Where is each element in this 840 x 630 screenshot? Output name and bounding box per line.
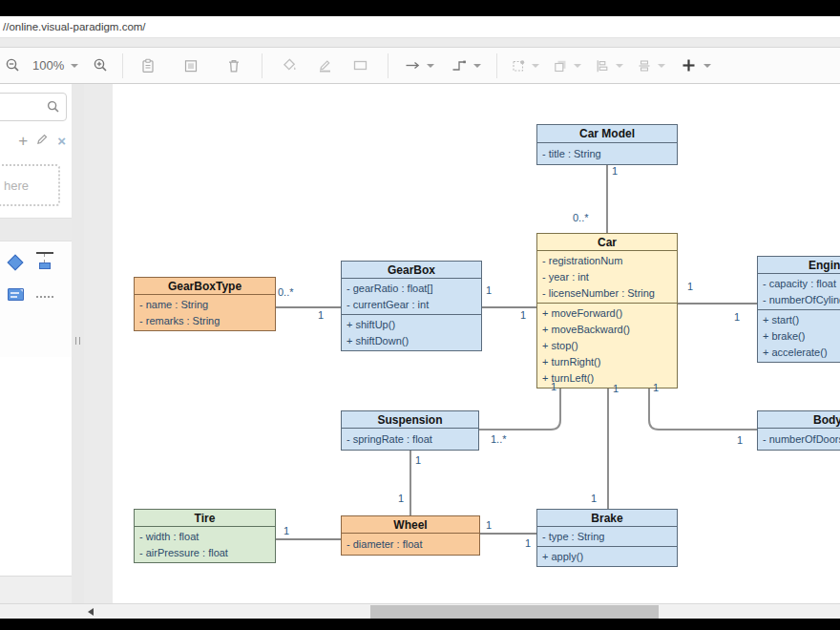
multiplicity-label: 1..* bbox=[491, 433, 507, 445]
class-engine[interactable]: Engine - capacity : float - numberOfCyli… bbox=[757, 256, 840, 363]
decision-shape-icon[interactable] bbox=[8, 255, 24, 271]
multiplicity-label: 0..* bbox=[278, 286, 294, 298]
search-input[interactable] bbox=[3, 100, 49, 114]
multiplicity-label: 1 bbox=[551, 381, 556, 392]
connector-elbow-caret-icon[interactable] bbox=[473, 64, 481, 68]
scrollbar-thumb[interactable] bbox=[370, 605, 659, 619]
multiplicity-label: 1 bbox=[284, 525, 289, 536]
class-gearbox[interactable]: GearBox - gearRatio : float[] - currentG… bbox=[341, 261, 482, 351]
zoom-level-caret-icon[interactable] bbox=[71, 64, 78, 68]
edit-icon[interactable] bbox=[36, 132, 49, 149]
multiplicity-label: 1 bbox=[520, 309, 526, 321]
copy-style-icon[interactable] bbox=[182, 57, 200, 74]
toolbar-separator bbox=[388, 53, 388, 78]
shape-style-icon[interactable] bbox=[351, 57, 368, 74]
multiplicity-label: 1 bbox=[653, 382, 659, 393]
distribute-caret-icon[interactable] bbox=[658, 64, 665, 68]
class-gearbox-type[interactable]: GearBoxType - name : String - remarks : … bbox=[134, 277, 276, 331]
add-shape-caret-icon[interactable] bbox=[704, 64, 711, 68]
line-color-icon[interactable] bbox=[316, 57, 333, 74]
toolbar-separator bbox=[262, 53, 262, 78]
multiplicity-label: 0..* bbox=[573, 212, 589, 223]
align-icon[interactable] bbox=[594, 57, 611, 74]
transform-caret-icon[interactable] bbox=[532, 64, 539, 68]
distribute-icon[interactable] bbox=[636, 57, 653, 74]
close-icon[interactable]: × bbox=[57, 134, 66, 148]
workspace: + × here bbox=[0, 84, 840, 603]
connector-elbow-icon[interactable] bbox=[451, 57, 468, 74]
class-brake[interactable]: Brake - type : String + apply() bbox=[536, 509, 678, 567]
horizontal-scrollbar[interactable] bbox=[0, 603, 840, 619]
class-suspension[interactable]: Suspension - springRate : float bbox=[341, 410, 479, 451]
multiplicity-label: 1 bbox=[486, 519, 492, 531]
editor-toolbar: 100% bbox=[0, 48, 840, 84]
panel-actions: + × bbox=[18, 132, 66, 149]
scroll-left-arrow-icon[interactable] bbox=[88, 608, 94, 616]
search-icon bbox=[47, 100, 60, 117]
class-wheel[interactable]: Wheel - diameter : float bbox=[341, 515, 480, 556]
fill-color-icon[interactable] bbox=[281, 57, 298, 74]
dashed-line-shape-icon[interactable] bbox=[36, 296, 53, 298]
multiplicity-label: 1 bbox=[737, 434, 743, 446]
drop-zone-hint: here bbox=[0, 178, 29, 193]
connector-arrow-icon[interactable] bbox=[404, 57, 421, 74]
shape-panel: + × here bbox=[0, 84, 72, 603]
multiplicity-label: 1 bbox=[612, 165, 618, 177]
add-icon[interactable]: + bbox=[18, 133, 28, 149]
note-shape-icon[interactable] bbox=[8, 288, 24, 301]
multiplicity-label: 1 bbox=[525, 537, 531, 549]
browser-address-bar[interactable]: //online.visual-paradigm.com/ bbox=[0, 16, 840, 38]
class-car-model[interactable]: Car Model - title : String bbox=[536, 124, 678, 165]
anchor-shape-icon[interactable] bbox=[36, 252, 53, 275]
multiplicity-label: 1 bbox=[613, 383, 619, 394]
multiplicity-label: 1 bbox=[687, 281, 693, 292]
multiplicity-label: 1 bbox=[486, 284, 492, 296]
class-car[interactable]: Car - registrationNum - year : int - lic… bbox=[536, 233, 678, 388]
delete-icon[interactable] bbox=[225, 57, 242, 74]
class-body[interactable]: Body - numberOfDoors : int bbox=[757, 410, 840, 451]
shape-palette bbox=[0, 242, 72, 357]
bring-to-front-caret-icon[interactable] bbox=[574, 64, 581, 68]
add-shape-icon[interactable] bbox=[680, 57, 697, 74]
browser-chrome-strip bbox=[0, 38, 840, 48]
transform-icon[interactable] bbox=[510, 57, 527, 74]
class-tire[interactable]: Tire - width : float - airPressure : flo… bbox=[134, 509, 276, 563]
panel-divider bbox=[0, 218, 72, 242]
multiplicity-label: 1 bbox=[398, 493, 404, 504]
bring-to-front-icon[interactable] bbox=[552, 57, 569, 74]
zoom-level-label[interactable]: 100% bbox=[32, 58, 64, 73]
splitter-grip-icon[interactable] bbox=[75, 337, 80, 345]
toolbar-separator bbox=[122, 53, 123, 78]
zoom-out-icon[interactable] bbox=[4, 57, 21, 74]
multiplicity-label: 1 bbox=[591, 493, 597, 504]
url-text: //online.visual-paradigm.com/ bbox=[0, 21, 146, 32]
connector-arrow-caret-icon[interactable] bbox=[427, 64, 434, 68]
multiplicity-label: 1 bbox=[734, 311, 740, 323]
zoom-in-icon[interactable] bbox=[92, 57, 109, 74]
paste-icon[interactable] bbox=[139, 57, 157, 74]
align-caret-icon[interactable] bbox=[616, 64, 623, 68]
panel-splitter[interactable] bbox=[72, 84, 84, 603]
multiplicity-label: 1 bbox=[318, 309, 324, 321]
diagram-canvas[interactable]: Car Model - title : String Car - registr… bbox=[84, 84, 840, 603]
window-bottom-bar bbox=[0, 619, 840, 630]
drop-zone[interactable]: here bbox=[0, 164, 60, 206]
app-window: //online.visual-paradigm.com/ 100% bbox=[0, 0, 840, 630]
shape-search[interactable] bbox=[0, 93, 67, 121]
toolbar-separator bbox=[496, 53, 497, 78]
multiplicity-label: 1 bbox=[415, 454, 421, 466]
window-top-bar bbox=[0, 0, 840, 16]
